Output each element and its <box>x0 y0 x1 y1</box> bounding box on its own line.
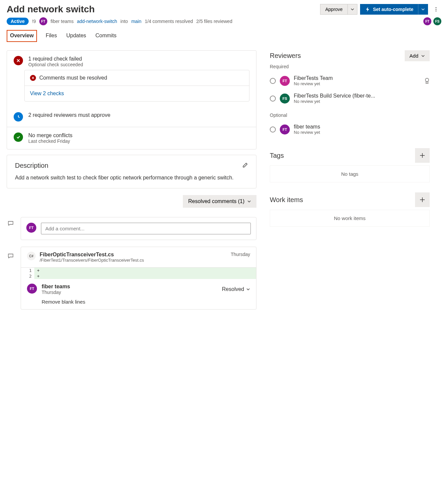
checks-failed-title: 1 required check failed <box>28 56 83 62</box>
reviewer-avatar: FT <box>280 76 290 86</box>
edit-description-button[interactable] <box>242 162 248 169</box>
required-label: Required <box>270 64 430 69</box>
check-must-resolve: Comments must be resolved <box>39 75 107 81</box>
add-label: Add <box>409 53 418 59</box>
comment-input[interactable] <box>41 223 251 234</box>
ribbon-icon <box>424 78 430 84</box>
file-name[interactable]: FiberOpticTransceiverTest.cs <box>40 252 144 258</box>
pencil-icon <box>242 162 248 168</box>
add-work-item-button[interactable] <box>415 192 430 207</box>
tab-files[interactable]: Files <box>45 30 58 42</box>
code-thread-card: C# FiberOpticTransceiverTest.cs /FiberTe… <box>21 247 256 310</box>
status-badge: Active <box>7 18 29 25</box>
add-tag-button[interactable] <box>415 148 430 163</box>
reviewer-name: fiber teams <box>294 124 430 130</box>
reviewer-row[interactable]: FT fiber teams No review yet <box>270 121 430 138</box>
line-number: 2 <box>21 273 34 279</box>
line-number: 1 <box>21 268 34 273</box>
reviewer-name: FiberTests Build Service (fiber-te... <box>294 93 430 99</box>
checks-failed-sub: Optional check succeeded <box>28 62 83 67</box>
description-card: Description Add a network switch test to… <box>7 155 256 188</box>
reviewer-avatar: FT <box>280 125 290 134</box>
reviewer-avatar-ft[interactable]: FT <box>423 17 431 25</box>
svg-point-0 <box>436 7 437 8</box>
svg-point-1 <box>436 9 437 10</box>
diff-line: + <box>34 273 256 279</box>
chevron-down-icon <box>247 199 251 203</box>
svg-point-4 <box>425 78 429 82</box>
more-vertical-icon <box>433 7 439 12</box>
chevron-down-icon <box>350 7 354 11</box>
approve-button[interactable]: Approve <box>320 4 347 15</box>
set-autocomplete-button[interactable]: Set auto-complete <box>360 4 418 15</box>
description-text: Add a network switch test to check fiber… <box>15 174 248 181</box>
reviewer-status: No review yet <box>294 130 430 135</box>
diff-line: + <box>34 268 256 273</box>
target-branch[interactable]: main <box>131 19 141 24</box>
reviewer-status: No review yet <box>294 99 430 104</box>
comment-icon <box>8 253 14 259</box>
autocomplete-dropdown[interactable] <box>418 4 428 15</box>
svg-point-2 <box>436 11 437 12</box>
author-avatar: FT <box>39 17 47 25</box>
more-actions-button[interactable] <box>431 4 441 15</box>
tab-commits[interactable]: Commits <box>95 30 117 42</box>
vote-ring-icon <box>270 126 276 132</box>
reviewer-row[interactable]: FT FiberTests Team No review yet <box>270 72 430 90</box>
into-label: into <box>121 19 128 24</box>
last-checked-text: Last checked Friday <box>28 138 73 144</box>
work-items-heading: Work items <box>270 196 303 204</box>
diff-block: 1+ 2+ <box>21 268 256 279</box>
reviewers-required-text: 2 required reviewers must approve <box>28 112 110 118</box>
commenter-name: fiber teams <box>42 284 70 290</box>
reviewer-avatar-fs[interactable]: FS <box>433 17 441 25</box>
add-comment-card: FT <box>21 217 256 240</box>
clock-icon <box>14 112 23 122</box>
work-items-empty: No work items <box>270 210 430 227</box>
reviewers-heading: Reviewers <box>270 52 301 60</box>
files-summary: 2/5 files reviewed <box>196 19 232 24</box>
view-checks-link[interactable]: View 2 checks <box>30 91 64 97</box>
chevron-down-icon <box>246 287 250 291</box>
current-user-avatar: FT <box>26 223 36 233</box>
reviewer-name: FiberTests Team <box>294 75 420 81</box>
tags-empty: No tags <box>270 165 430 182</box>
no-conflicts-text: No merge conflicts <box>28 132 73 138</box>
lightning-icon <box>365 7 370 12</box>
vote-ring-icon <box>270 96 276 102</box>
autocomplete-label: Set auto-complete <box>373 7 413 12</box>
comment-body: Remove blank lines <box>42 299 250 305</box>
author-name: fiber teams <box>51 19 74 24</box>
chevron-down-icon <box>421 7 425 11</box>
checks-card: 1 required check failed Optional check s… <box>7 50 256 149</box>
tab-overview[interactable]: Overview <box>7 30 37 42</box>
file-path: /FiberTest1/Transceivers/FiberOpticTrans… <box>40 258 144 263</box>
comment-filter-button[interactable]: Resolved comments (1) <box>183 195 256 208</box>
tab-updates[interactable]: Updates <box>66 30 87 42</box>
thread-status-button[interactable]: Resolved <box>222 286 250 292</box>
check-icon <box>14 132 23 142</box>
thread-status-label: Resolved <box>222 286 244 292</box>
optional-label: Optional <box>270 113 430 118</box>
reviewer-status: No review yet <box>294 81 420 86</box>
filter-label: Resolved comments (1) <box>188 198 244 204</box>
comment-icon <box>8 220 14 226</box>
tabs: Overview Files Updates Commits <box>7 30 441 42</box>
error-icon <box>14 56 23 65</box>
reviewer-row[interactable]: FS FiberTests Build Service (fiber-te...… <box>270 90 430 107</box>
language-badge: C# <box>27 252 36 260</box>
chevron-down-icon <box>421 54 425 58</box>
plus-icon <box>419 197 425 203</box>
add-reviewer-button[interactable]: Add <box>405 50 430 61</box>
vote-ring-icon <box>270 78 276 84</box>
source-branch[interactable]: add-network-switch <box>77 19 117 24</box>
comment-time: Thursday <box>42 290 70 295</box>
reviewer-avatar: FS <box>280 94 290 104</box>
page-title: Add network switch <box>7 4 95 15</box>
pr-id: !9 <box>32 19 36 24</box>
error-icon <box>30 75 36 81</box>
code-time: Thursday <box>231 252 250 257</box>
approve-dropdown[interactable] <box>347 4 357 15</box>
commenter-avatar: FT <box>27 284 37 294</box>
description-heading: Description <box>15 162 48 169</box>
